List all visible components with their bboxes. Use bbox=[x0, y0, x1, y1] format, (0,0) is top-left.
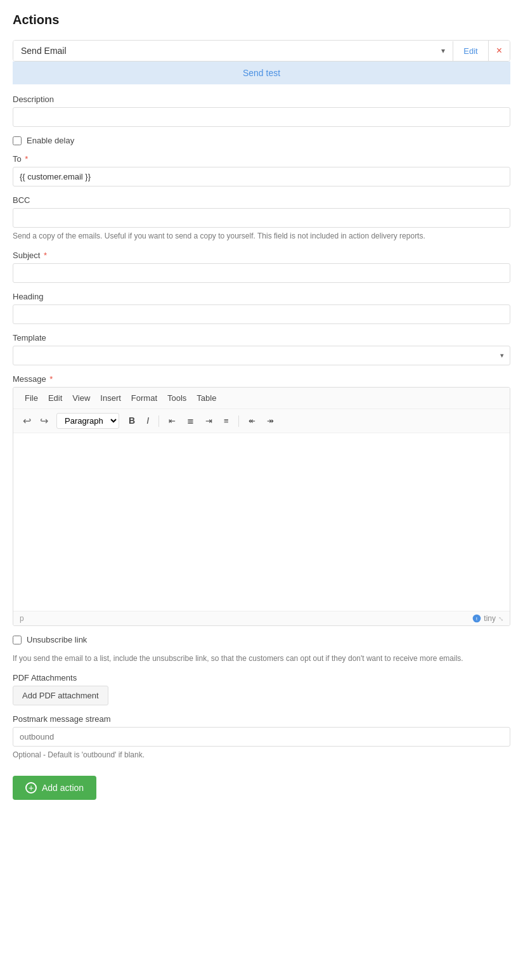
add-action-button[interactable]: + Add action bbox=[13, 776, 96, 800]
unsubscribe-checkbox-group: Unsubscribe link bbox=[13, 635, 510, 644]
edit-button[interactable]: Edit bbox=[453, 41, 487, 61]
tiny-icon: t bbox=[472, 614, 481, 623]
toolbar-divider-1 bbox=[158, 415, 159, 427]
menu-view[interactable]: View bbox=[67, 391, 95, 405]
menu-table[interactable]: Table bbox=[191, 391, 221, 405]
unsubscribe-group: Unsubscribe link If you send the email t… bbox=[13, 635, 510, 664]
to-label: To * bbox=[13, 154, 510, 164]
pdf-attachments-group: PDF Attachments Add PDF attachment bbox=[13, 673, 510, 705]
unsubscribe-checkbox[interactable] bbox=[13, 636, 22, 644]
template-label: Template bbox=[13, 333, 510, 343]
align-justify-button[interactable]: ≡ bbox=[219, 414, 233, 429]
plus-circle-icon: + bbox=[25, 782, 37, 794]
page-title: Actions bbox=[13, 13, 510, 27]
menu-edit[interactable]: Edit bbox=[43, 391, 67, 405]
add-action-label: Add action bbox=[42, 783, 84, 793]
bcc-group: BCC Send a copy of the emails. Useful if… bbox=[13, 195, 510, 242]
pdf-attachments-label: PDF Attachments bbox=[13, 673, 510, 683]
paragraph-style-select[interactable]: Paragraph Heading 1 Heading 2 Heading 3 bbox=[56, 413, 119, 429]
to-input[interactable] bbox=[13, 167, 510, 186]
description-group: Description bbox=[13, 95, 510, 127]
heading-input[interactable] bbox=[13, 304, 510, 324]
description-input[interactable] bbox=[13, 107, 510, 127]
unsubscribe-helper-text: If you send the email to a list, include… bbox=[13, 653, 510, 664]
editor-toolbar: ↩ ↪ Paragraph Heading 1 Heading 2 Headin… bbox=[13, 409, 510, 434]
heading-group: Heading bbox=[13, 292, 510, 324]
action-type-label: Send Email bbox=[21, 46, 67, 56]
message-required: * bbox=[48, 374, 53, 384]
template-select[interactable] bbox=[13, 346, 510, 365]
svg-text:t: t bbox=[476, 617, 477, 621]
chevron-down-icon: ▾ bbox=[441, 46, 445, 55]
form-section: Description Enable delay To * BCC Send a… bbox=[13, 95, 510, 761]
subject-label: Subject * bbox=[13, 251, 510, 260]
action-selector-row: Send Email ▾ Edit × bbox=[13, 40, 510, 62]
template-group: Template ▾ bbox=[13, 333, 510, 365]
unsubscribe-label: Unsubscribe link bbox=[27, 635, 87, 644]
heading-label: Heading bbox=[13, 292, 510, 301]
postmark-helper-text: Optional - Default is 'outbound' if blan… bbox=[13, 750, 510, 761]
italic-button[interactable]: I bbox=[142, 413, 153, 429]
postmark-label: Postmark message stream bbox=[13, 714, 510, 724]
bcc-helper-text: Send a copy of the emails. Useful if you… bbox=[13, 231, 510, 242]
close-button[interactable]: × bbox=[488, 41, 510, 61]
editor-footer: p t tiny ⤡ bbox=[13, 611, 510, 625]
send-test-button[interactable]: Send test bbox=[13, 62, 510, 84]
subject-required: * bbox=[41, 251, 47, 260]
tiny-logo: t tiny ⤡ bbox=[472, 614, 503, 623]
editor-path-tag: p bbox=[20, 614, 24, 623]
add-pdf-button[interactable]: Add PDF attachment bbox=[13, 686, 108, 705]
postmark-group: Postmark message stream Optional - Defau… bbox=[13, 714, 510, 761]
indent-increase-button[interactable]: ↠ bbox=[262, 414, 278, 429]
menu-format[interactable]: Format bbox=[126, 391, 162, 405]
tiny-label: tiny bbox=[484, 614, 496, 623]
message-editor-body[interactable] bbox=[13, 433, 510, 611]
bcc-input[interactable] bbox=[13, 208, 510, 228]
menu-tools[interactable]: Tools bbox=[162, 391, 191, 405]
enable-delay-checkbox[interactable] bbox=[13, 136, 22, 145]
action-type-select[interactable]: Send Email ▾ bbox=[13, 41, 453, 61]
subject-input[interactable] bbox=[13, 263, 510, 283]
editor-menubar: File Edit View Insert Format Tools Table bbox=[13, 388, 510, 409]
subject-group: Subject * bbox=[13, 251, 510, 283]
indent-decrease-button[interactable]: ↞ bbox=[244, 414, 260, 429]
align-right-button[interactable]: ⇥ bbox=[201, 414, 217, 429]
menu-file[interactable]: File bbox=[20, 391, 43, 405]
message-editor: File Edit View Insert Format Tools Table… bbox=[13, 387, 510, 627]
postmark-input[interactable] bbox=[13, 727, 510, 747]
message-label: Message * bbox=[13, 374, 510, 384]
align-center-button[interactable]: ≣ bbox=[183, 414, 198, 429]
align-left-button[interactable]: ⇤ bbox=[164, 414, 180, 429]
description-label: Description bbox=[13, 95, 510, 104]
enable-delay-label: Enable delay bbox=[27, 136, 74, 145]
to-required: * bbox=[23, 154, 29, 164]
bcc-label: BCC bbox=[13, 195, 510, 205]
template-select-wrapper: ▾ bbox=[13, 346, 510, 365]
message-group: Message * File Edit View Insert Format T… bbox=[13, 374, 510, 627]
enable-delay-group: Enable delay bbox=[13, 136, 510, 145]
resize-icon[interactable]: ⤡ bbox=[498, 615, 503, 622]
to-group: To * bbox=[13, 154, 510, 186]
bold-button[interactable]: B bbox=[124, 413, 139, 429]
toolbar-divider-2 bbox=[238, 415, 239, 427]
redo-button[interactable]: ↪ bbox=[37, 413, 51, 429]
undo-button[interactable]: ↩ bbox=[20, 413, 34, 429]
menu-insert[interactable]: Insert bbox=[95, 391, 126, 405]
